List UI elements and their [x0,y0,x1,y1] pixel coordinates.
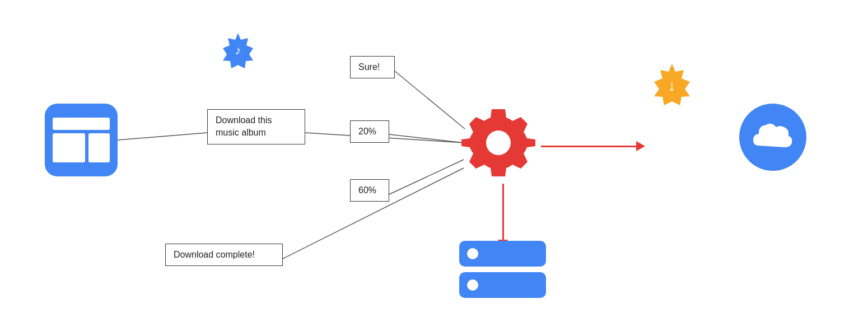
svg-text:↓: ↓ [668,77,676,94]
arrow-horizontal-line [541,146,636,147]
database-dot-2 [467,279,478,291]
download-complete-box: Download complete! [165,244,283,266]
arrow-right-head [636,141,645,151]
gear-to-cloud-arrow [541,141,645,151]
database-storage-icon [459,241,546,298]
connector-lines [0,0,868,336]
twenty-percent-text: 20% [358,127,376,136]
download-badge-svg: ↓ [650,62,694,106]
browser-bottom-left [53,133,85,162]
database-dot-1 [467,248,478,259]
browser-app-icon [45,104,118,176]
processing-gear-icon [459,104,538,182]
svg-point-8 [486,130,511,155]
svg-line-4 [389,160,464,194]
svg-line-0 [118,133,207,140]
svg-line-3 [389,134,464,143]
sure-text: Sure! [358,62,380,72]
svg-line-2 [395,71,465,129]
music-badge-svg: ♪ [218,31,258,70]
cloud-storage-icon [739,104,806,171]
database-row-1 [459,241,546,267]
complete-text: Download complete! [174,250,255,259]
svg-text:♪: ♪ [235,43,241,57]
gear-svg [459,104,538,182]
progress-20-box: 20% [350,120,389,143]
download-badge-icon: ↓ [650,62,694,106]
browser-bottom-row [53,133,110,162]
download-text: Download this music album [216,115,272,137]
progress-60-box: 60% [350,179,389,202]
database-row-2 [459,272,546,298]
browser-bottom-right [88,133,110,162]
cloud-svg [750,120,795,154]
browser-top-bar [53,118,110,130]
diagram-canvas: ♪ Download this music album Sure! 20% 60… [0,0,868,336]
sixty-percent-text: 60% [358,185,376,195]
gear-to-database-arrow [498,184,508,249]
music-badge-icon: ♪ [218,31,258,70]
sure-response-box: Sure! [350,56,395,78]
download-request-box: Download this music album [207,109,305,144]
arrow-vertical-line [502,184,504,240]
